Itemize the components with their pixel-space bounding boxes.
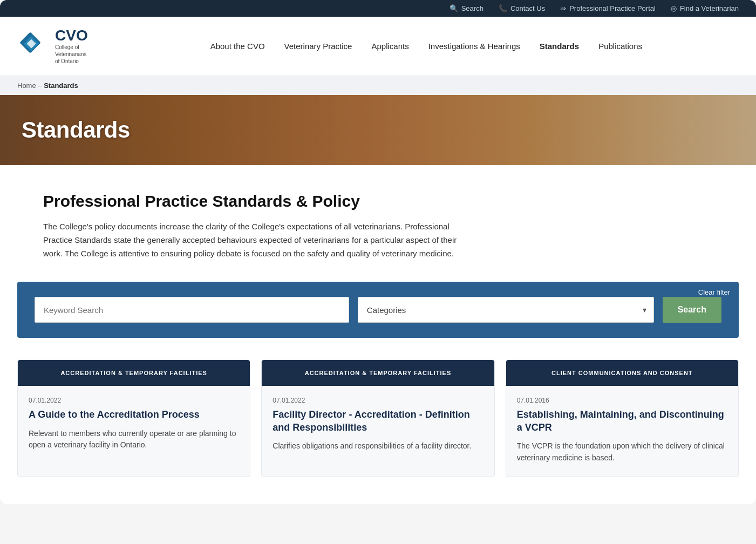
- main-navigation: About the CVO Veterinary Practice Applic…: [114, 37, 739, 55]
- card-2: ACCREDITATION & TEMPORARY FACILITIES 07.…: [261, 359, 494, 477]
- filter-bar: Clear filter Categories Accreditation & …: [17, 282, 739, 338]
- portal-link[interactable]: ⇒ Professional Practice Portal: [560, 4, 656, 12]
- hero-title: Standards: [0, 117, 130, 143]
- keyword-search-input[interactable]: [35, 297, 349, 323]
- card-1: ACCREDITATION & TEMPORARY FACILITIES 07.…: [17, 359, 250, 477]
- category-select-wrap: Categories Accreditation & Temporary Fac…: [358, 297, 654, 323]
- nav-vet-practice[interactable]: Veterinary Practice: [275, 37, 362, 55]
- logo-subtitle: College of Veterinarians of Ontario: [55, 44, 88, 65]
- card-2-date: 07.01.2022: [273, 397, 483, 404]
- main-nav: CVO College of Veterinarians of Ontario …: [0, 17, 756, 76]
- search-link[interactable]: 🔍 Search: [449, 4, 483, 12]
- card-2-desc: Clarifies obligations and responsibiliti…: [273, 440, 483, 452]
- nav-about[interactable]: About the CVO: [201, 37, 275, 55]
- nav-standards[interactable]: Standards: [530, 37, 589, 55]
- breadcrumb: Home – Standards: [0, 76, 756, 95]
- cards-section: ACCREDITATION & TEMPORARY FACILITIES 07.…: [0, 338, 756, 504]
- card-2-category: ACCREDITATION & TEMPORARY FACILITIES: [262, 360, 494, 386]
- card-3-desc: The VCPR is the foundation upon which th…: [517, 440, 727, 464]
- utility-bar: 🔍 Search 📞 Contact Us ⇒ Professional Pra…: [0, 0, 756, 17]
- nav-applicants[interactable]: Applicants: [362, 37, 418, 55]
- breadcrumb-current: Standards: [44, 81, 78, 90]
- main-content: Professional Practice Standards & Policy…: [0, 165, 756, 282]
- portal-icon: ⇒: [560, 4, 566, 12]
- card-2-body: 07.01.2022 Facility Director - Accredita…: [262, 386, 494, 477]
- search-icon: 🔍: [449, 4, 458, 12]
- card-3-title[interactable]: Establishing, Maintaining, and Discontin…: [517, 409, 727, 434]
- card-2-title[interactable]: Facility Director - Accreditation - Defi…: [273, 409, 483, 434]
- breadcrumb-home[interactable]: Home: [17, 81, 36, 90]
- card-1-desc: Relevant to members who currently operat…: [29, 428, 239, 451]
- contact-link[interactable]: 📞 Contact Us: [499, 4, 545, 12]
- card-3-date: 07.01.2016: [517, 397, 727, 404]
- card-1-category: ACCREDITATION & TEMPORARY FACILITIES: [18, 360, 250, 386]
- card-3: CLIENT COMMUNICATIONS AND CONSENT 07.01.…: [506, 359, 739, 477]
- logo-abbr: CVO: [55, 28, 88, 44]
- nav-publications[interactable]: Publications: [589, 37, 652, 55]
- section-description: The College's policy documents increase …: [43, 220, 475, 260]
- find-vet-link[interactable]: ◎ Find a Veterinarian: [671, 4, 739, 12]
- category-select[interactable]: Categories Accreditation & Temporary Fac…: [358, 297, 654, 323]
- card-3-category: CLIENT COMMUNICATIONS AND CONSENT: [506, 360, 738, 386]
- clear-filter-link[interactable]: Clear filter: [698, 288, 730, 296]
- phone-icon: 📞: [499, 4, 507, 12]
- card-1-title[interactable]: A Guide to the Accreditation Process: [29, 409, 239, 421]
- card-3-body: 07.01.2016 Establishing, Maintaining, an…: [506, 386, 738, 477]
- section-title: Professional Practice Standards & Policy: [43, 192, 713, 210]
- logo[interactable]: CVO College of Veterinarians of Ontario: [17, 28, 88, 65]
- card-1-date: 07.01.2022: [29, 397, 239, 404]
- breadcrumb-separator: –: [38, 81, 44, 90]
- card-1-body: 07.01.2022 A Guide to the Accreditation …: [18, 386, 250, 477]
- hero-banner: Standards: [0, 95, 756, 165]
- page-wrapper: 🔍 Search 📞 Contact Us ⇒ Professional Pra…: [0, 0, 756, 504]
- find-vet-icon: ◎: [671, 4, 677, 12]
- search-button[interactable]: Search: [663, 297, 721, 323]
- nav-investigations[interactable]: Investigations & Hearings: [419, 37, 530, 55]
